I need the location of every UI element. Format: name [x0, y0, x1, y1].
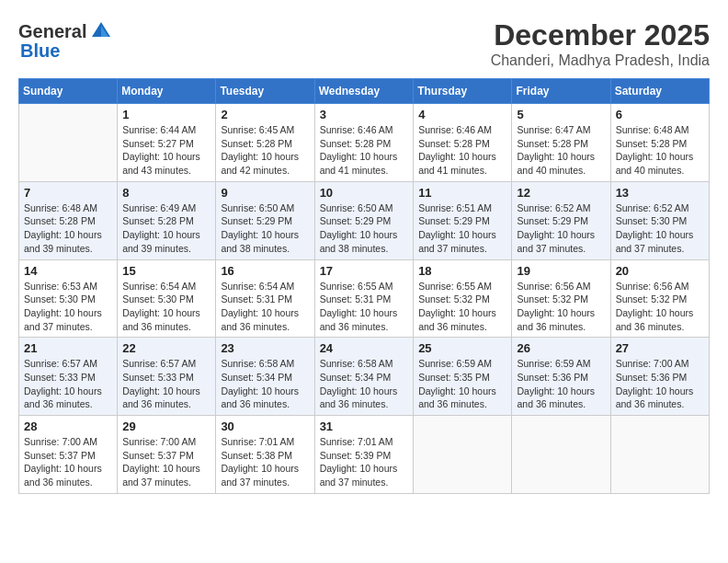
- column-header-friday: Friday: [512, 79, 610, 104]
- calendar-cell: 22Sunrise: 6:57 AMSunset: 5:33 PMDayligh…: [118, 338, 216, 416]
- day-number: 17: [320, 264, 409, 278]
- day-number: 18: [418, 264, 506, 278]
- day-number: 9: [221, 186, 309, 200]
- calendar-cell: 15Sunrise: 6:54 AMSunset: 5:30 PMDayligh…: [118, 259, 216, 338]
- day-number: 7: [24, 186, 112, 200]
- day-number: 5: [517, 108, 605, 121]
- day-info: Sunrise: 6:59 AMSunset: 5:35 PMDaylight:…: [418, 357, 506, 411]
- day-number: 8: [122, 186, 210, 200]
- day-number: 12: [517, 186, 605, 200]
- logo-general: General: [18, 21, 86, 42]
- calendar-cell: 4Sunrise: 6:46 AMSunset: 5:28 PMDaylight…: [414, 104, 512, 182]
- calendar-cell: 5Sunrise: 6:47 AMSunset: 5:28 PMDaylight…: [512, 104, 610, 182]
- calendar-cell: 9Sunrise: 6:50 AMSunset: 5:29 PMDaylight…: [216, 181, 314, 259]
- calendar-cell: 28Sunrise: 7:00 AMSunset: 5:37 PMDayligh…: [19, 416, 118, 494]
- day-number: 15: [122, 264, 210, 278]
- day-info: Sunrise: 7:00 AMSunset: 5:37 PMDaylight:…: [122, 435, 210, 489]
- day-number: 21: [24, 341, 112, 355]
- column-header-monday: Monday: [118, 79, 216, 104]
- day-number: 1: [122, 108, 210, 121]
- day-number: 4: [418, 108, 506, 121]
- day-number: 3: [320, 108, 409, 121]
- day-info: Sunrise: 6:57 AMSunset: 5:33 PMDaylight:…: [122, 357, 210, 411]
- day-info: Sunrise: 6:46 AMSunset: 5:28 PMDaylight:…: [418, 123, 506, 178]
- day-number: 6: [616, 108, 704, 121]
- day-info: Sunrise: 6:48 AMSunset: 5:28 PMDaylight:…: [616, 123, 704, 178]
- logo-icon: [88, 18, 114, 44]
- logo-wordmark: General Blue: [18, 18, 116, 62]
- day-info: Sunrise: 6:57 AMSunset: 5:33 PMDaylight:…: [24, 357, 112, 411]
- calendar-cell: 20Sunrise: 6:56 AMSunset: 5:32 PMDayligh…: [610, 259, 709, 338]
- day-number: 10: [320, 186, 409, 200]
- day-info: Sunrise: 6:54 AMSunset: 5:30 PMDaylight:…: [122, 280, 210, 334]
- calendar: SundayMondayTuesdayWednesdayThursdayFrid…: [18, 78, 710, 494]
- day-info: Sunrise: 6:56 AMSunset: 5:32 PMDaylight:…: [616, 280, 704, 334]
- calendar-cell: 29Sunrise: 7:00 AMSunset: 5:37 PMDayligh…: [118, 416, 216, 494]
- calendar-cell: [19, 104, 118, 182]
- day-info: Sunrise: 6:58 AMSunset: 5:34 PMDaylight:…: [221, 357, 309, 411]
- day-number: 26: [517, 341, 605, 355]
- calendar-cell: 26Sunrise: 6:59 AMSunset: 5:36 PMDayligh…: [512, 338, 610, 416]
- calendar-cell: 21Sunrise: 6:57 AMSunset: 5:33 PMDayligh…: [19, 338, 118, 416]
- calendar-week-3: 14Sunrise: 6:53 AMSunset: 5:30 PMDayligh…: [19, 259, 710, 338]
- day-info: Sunrise: 7:01 AMSunset: 5:39 PMDaylight:…: [320, 435, 409, 489]
- title-area: December 2025 Chanderi, Madhya Pradesh, …: [491, 18, 710, 69]
- day-info: Sunrise: 6:49 AMSunset: 5:28 PMDaylight:…: [122, 201, 210, 256]
- day-number: 22: [122, 341, 210, 355]
- day-info: Sunrise: 6:59 AMSunset: 5:36 PMDaylight:…: [517, 357, 605, 411]
- day-number: 23: [221, 341, 309, 355]
- location-title: Chanderi, Madhya Pradesh, India: [491, 52, 710, 69]
- column-header-tuesday: Tuesday: [216, 79, 314, 104]
- calendar-cell: 31Sunrise: 7:01 AMSunset: 5:39 PMDayligh…: [314, 416, 414, 494]
- day-info: Sunrise: 6:56 AMSunset: 5:32 PMDaylight:…: [517, 280, 605, 334]
- calendar-week-2: 7Sunrise: 6:48 AMSunset: 5:28 PMDaylight…: [19, 181, 710, 259]
- day-info: Sunrise: 7:00 AMSunset: 5:37 PMDaylight:…: [24, 435, 112, 489]
- logo: General Blue: [18, 18, 116, 62]
- calendar-cell: 10Sunrise: 6:50 AMSunset: 5:29 PMDayligh…: [314, 181, 414, 259]
- calendar-header-row: SundayMondayTuesdayWednesdayThursdayFrid…: [19, 79, 710, 104]
- column-header-sunday: Sunday: [19, 79, 118, 104]
- day-info: Sunrise: 6:54 AMSunset: 5:31 PMDaylight:…: [221, 280, 309, 334]
- calendar-cell: 13Sunrise: 6:52 AMSunset: 5:30 PMDayligh…: [610, 181, 709, 259]
- day-info: Sunrise: 6:53 AMSunset: 5:30 PMDaylight:…: [24, 280, 112, 334]
- calendar-week-1: 1Sunrise: 6:44 AMSunset: 5:27 PMDaylight…: [19, 104, 710, 182]
- calendar-cell: [610, 416, 709, 494]
- day-info: Sunrise: 6:50 AMSunset: 5:29 PMDaylight:…: [221, 201, 309, 256]
- calendar-cell: 25Sunrise: 6:59 AMSunset: 5:35 PMDayligh…: [414, 338, 512, 416]
- calendar-week-5: 28Sunrise: 7:00 AMSunset: 5:37 PMDayligh…: [19, 416, 710, 494]
- day-info: Sunrise: 6:45 AMSunset: 5:28 PMDaylight:…: [221, 123, 309, 178]
- day-number: 19: [517, 264, 605, 278]
- day-info: Sunrise: 6:58 AMSunset: 5:34 PMDaylight:…: [320, 357, 409, 411]
- day-info: Sunrise: 6:50 AMSunset: 5:29 PMDaylight:…: [320, 201, 409, 256]
- day-number: 13: [616, 186, 704, 200]
- calendar-cell: 16Sunrise: 6:54 AMSunset: 5:31 PMDayligh…: [216, 259, 314, 338]
- calendar-cell: 2Sunrise: 6:45 AMSunset: 5:28 PMDaylight…: [216, 104, 314, 182]
- calendar-cell: 30Sunrise: 7:01 AMSunset: 5:38 PMDayligh…: [216, 416, 314, 494]
- calendar-cell: 1Sunrise: 6:44 AMSunset: 5:27 PMDaylight…: [118, 104, 216, 182]
- calendar-cell: 23Sunrise: 6:58 AMSunset: 5:34 PMDayligh…: [216, 338, 314, 416]
- day-info: Sunrise: 6:47 AMSunset: 5:28 PMDaylight:…: [517, 123, 605, 178]
- day-info: Sunrise: 7:01 AMSunset: 5:38 PMDaylight:…: [221, 435, 309, 489]
- calendar-cell: 27Sunrise: 7:00 AMSunset: 5:36 PMDayligh…: [610, 338, 709, 416]
- day-info: Sunrise: 6:44 AMSunset: 5:27 PMDaylight:…: [122, 123, 210, 178]
- day-info: Sunrise: 6:48 AMSunset: 5:28 PMDaylight:…: [24, 201, 112, 256]
- calendar-cell: [414, 416, 512, 494]
- calendar-cell: 7Sunrise: 6:48 AMSunset: 5:28 PMDaylight…: [19, 181, 118, 259]
- day-info: Sunrise: 7:00 AMSunset: 5:36 PMDaylight:…: [616, 357, 704, 411]
- calendar-cell: 24Sunrise: 6:58 AMSunset: 5:34 PMDayligh…: [314, 338, 414, 416]
- day-number: 30: [221, 419, 309, 433]
- day-number: 27: [616, 341, 704, 355]
- day-number: 24: [320, 341, 409, 355]
- calendar-cell: 12Sunrise: 6:52 AMSunset: 5:29 PMDayligh…: [512, 181, 610, 259]
- calendar-week-4: 21Sunrise: 6:57 AMSunset: 5:33 PMDayligh…: [19, 338, 710, 416]
- day-info: Sunrise: 6:51 AMSunset: 5:29 PMDaylight:…: [418, 201, 506, 256]
- calendar-cell: 18Sunrise: 6:55 AMSunset: 5:32 PMDayligh…: [414, 259, 512, 338]
- calendar-cell: [512, 416, 610, 494]
- calendar-cell: 19Sunrise: 6:56 AMSunset: 5:32 PMDayligh…: [512, 259, 610, 338]
- calendar-cell: 3Sunrise: 6:46 AMSunset: 5:28 PMDaylight…: [314, 104, 414, 182]
- calendar-cell: 8Sunrise: 6:49 AMSunset: 5:28 PMDaylight…: [118, 181, 216, 259]
- day-number: 16: [221, 264, 309, 278]
- calendar-cell: 14Sunrise: 6:53 AMSunset: 5:30 PMDayligh…: [19, 259, 118, 338]
- day-number: 25: [418, 341, 506, 355]
- column-header-thursday: Thursday: [414, 79, 512, 104]
